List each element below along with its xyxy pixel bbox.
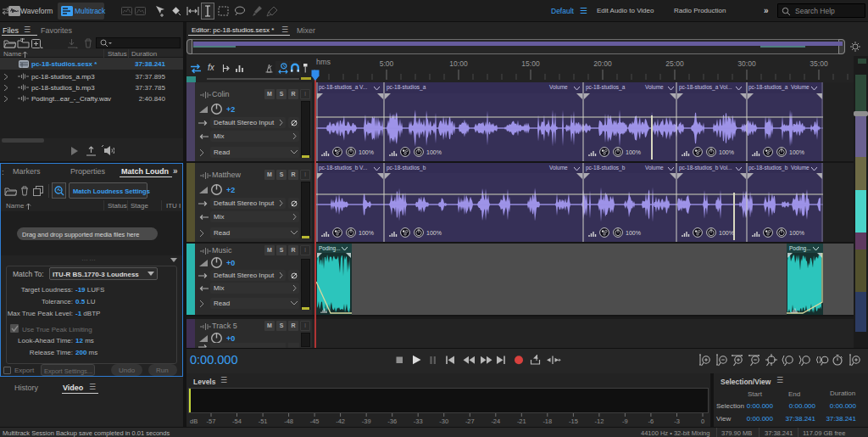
svg-text:-3: -3	[674, 417, 680, 425]
svg-text:-42: -42	[336, 417, 345, 425]
svg-text:-33: -33	[414, 417, 423, 425]
svg-text:-48: -48	[284, 417, 293, 425]
svg-text:-15: -15	[569, 417, 578, 425]
svg-text:0: 0	[701, 417, 704, 425]
svg-text:-51: -51	[259, 417, 268, 425]
svg-text:-12: -12	[594, 417, 604, 425]
svg-text:30:00: 30:00	[737, 59, 756, 68]
svg-text:-57: -57	[207, 417, 216, 425]
svg-text:-6: -6	[648, 417, 654, 425]
svg-text:dB: dB	[190, 417, 198, 425]
svg-text:10:00: 10:00	[449, 59, 468, 68]
svg-text:-45: -45	[310, 417, 320, 425]
svg-text:-24: -24	[491, 417, 500, 425]
svg-text:15:00: 15:00	[521, 59, 540, 68]
svg-text:-39: -39	[362, 417, 371, 425]
svg-text:-21: -21	[517, 417, 526, 425]
svg-text:-30: -30	[439, 417, 448, 425]
svg-text:5:00: 5:00	[380, 59, 394, 68]
svg-text:-18: -18	[542, 417, 552, 425]
svg-text:-36: -36	[387, 417, 397, 425]
svg-text:-9: -9	[622, 417, 628, 425]
svg-text:25:00: 25:00	[665, 59, 684, 68]
svg-text:20:00: 20:00	[593, 59, 612, 68]
svg-text:35:00: 35:00	[810, 59, 828, 68]
svg-text:-27: -27	[465, 417, 475, 425]
svg-text:-54: -54	[232, 417, 242, 425]
